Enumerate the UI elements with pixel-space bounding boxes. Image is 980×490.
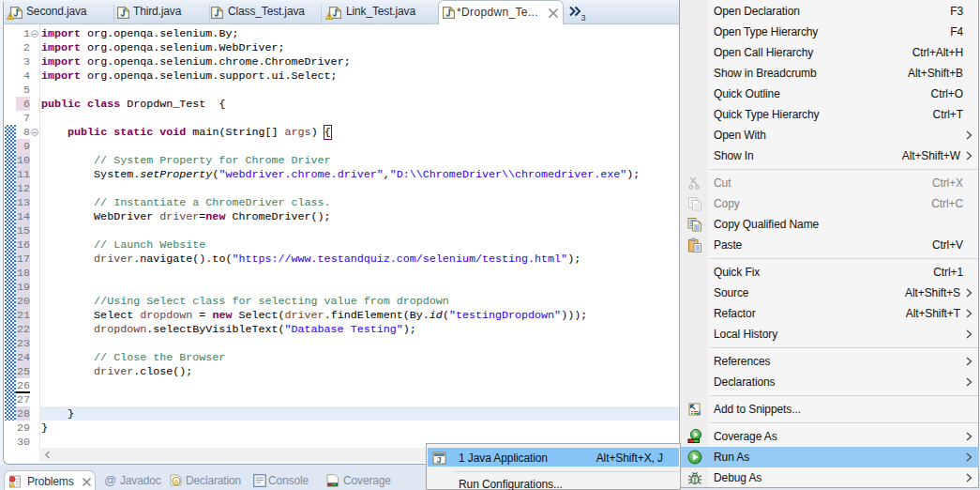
svg-text:a: a [174,478,178,484]
svg-text:J: J [437,455,442,465]
svg-text:3: 3 [581,13,586,23]
